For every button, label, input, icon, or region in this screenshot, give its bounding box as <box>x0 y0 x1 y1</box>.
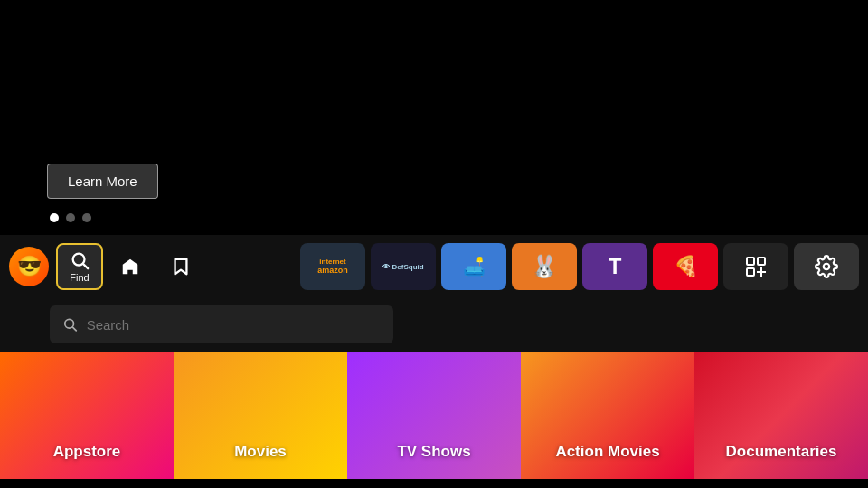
find-button[interactable]: Find <box>56 243 103 290</box>
app-amazon[interactable]: internet amazon <box>300 243 365 290</box>
app-vudu[interactable]: T <box>582 243 647 290</box>
rabbit-icon: 🐰 <box>531 254 558 279</box>
search-icon-input <box>62 316 78 333</box>
carousel-dots <box>50 213 91 222</box>
svg-line-1 <box>83 264 88 268</box>
pizza-icon: 🍕 <box>674 255 698 278</box>
search-input[interactable] <box>87 317 381 333</box>
find-label: Find <box>70 272 89 283</box>
category-tvshows[interactable]: TV Shows <box>347 352 521 479</box>
category-movies[interactable]: Movies <box>174 352 347 479</box>
hero-section: Learn More <box>0 0 868 235</box>
app-grid[interactable] <box>723 243 788 290</box>
svg-line-9 <box>72 327 76 331</box>
search-icon <box>70 250 90 270</box>
search-area <box>0 298 868 352</box>
grid-plus-icon <box>744 255 768 278</box>
home-button[interactable] <box>107 243 154 290</box>
couch-icon: 🛋️ <box>463 256 486 277</box>
dot-3[interactable] <box>82 213 91 222</box>
navbar: 😎 Find internet amazon 👁 DefSquid <box>0 235 868 298</box>
category-documentaries[interactable]: Documentaries <box>694 352 868 479</box>
category-action-movies[interactable]: Action Movies <box>521 352 694 479</box>
dot-1[interactable] <box>50 213 59 222</box>
categories-row: Appstore Movies TV Shows Action Movies D… <box>0 352 868 479</box>
learn-more-button[interactable]: Learn More <box>47 164 158 199</box>
app-couch[interactable]: 🛋️ <box>441 243 506 290</box>
bookmark-button[interactable] <box>157 243 204 290</box>
settings-icon <box>815 255 838 278</box>
app-icons-row: internet amazon 👁 DefSquid 🛋️ 🐰 T 🍕 <box>300 243 859 290</box>
vudu-icon: T <box>609 254 622 279</box>
app-settings[interactable] <box>794 243 859 290</box>
home-icon <box>120 257 140 277</box>
bookmark-icon <box>171 257 191 277</box>
app-defsquid[interactable]: 👁 DefSquid <box>371 243 436 290</box>
app-rabbit[interactable]: 🐰 <box>512 243 577 290</box>
svg-rect-2 <box>747 258 754 265</box>
category-appstore[interactable]: Appstore <box>0 352 174 479</box>
svg-rect-4 <box>747 268 754 276</box>
dot-2[interactable] <box>66 213 75 222</box>
svg-point-7 <box>824 264 830 270</box>
avatar[interactable]: 😎 <box>9 247 49 286</box>
app-pizza[interactable]: 🍕 <box>653 243 718 290</box>
svg-rect-3 <box>758 258 765 265</box>
search-box <box>50 305 393 343</box>
